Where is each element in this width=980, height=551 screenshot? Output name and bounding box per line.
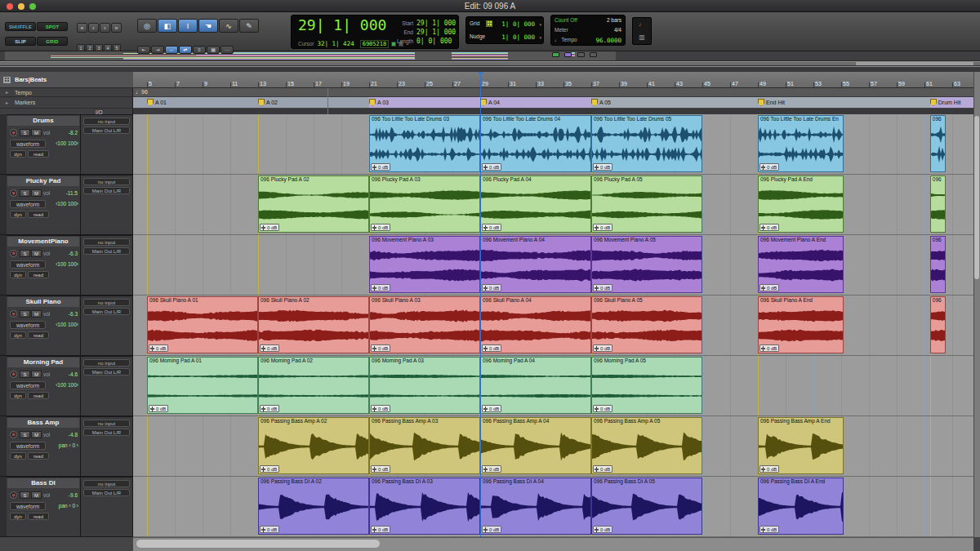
record-enable-button[interactable] bbox=[10, 189, 17, 197]
audio-clip[interactable]: 096 Passing Bass Amp A 040 dB bbox=[480, 417, 591, 474]
track-name[interactable]: Morning Pad bbox=[7, 358, 79, 367]
clip-gain-badge[interactable]: 0 dB bbox=[260, 344, 279, 352]
clip-gain-badge[interactable]: 0 dB bbox=[260, 526, 279, 533]
mute-button[interactable]: M bbox=[31, 310, 42, 318]
volume-display[interactable]: vol-9.6 bbox=[43, 491, 78, 499]
mute-button[interactable]: M bbox=[31, 491, 42, 499]
audio-clip[interactable]: 096 Skull Piano A End0 dB bbox=[758, 296, 844, 353]
volume-display[interactable]: vol-6.3 bbox=[43, 250, 78, 257]
audio-clip[interactable]: 096 Passing Bass DI A 040 dB bbox=[480, 478, 591, 535]
selector-tool[interactable]: I bbox=[178, 19, 198, 33]
zoom-in-button[interactable]: ⇥ bbox=[151, 46, 164, 54]
input-selector[interactable]: no input bbox=[83, 420, 130, 427]
clip-gain-badge[interactable]: 0 dB bbox=[482, 344, 501, 352]
track-view-selector[interactable]: waveform bbox=[10, 321, 46, 329]
ruler-row-markers[interactable]: ▸ Markers bbox=[0, 97, 133, 109]
pan-display[interactable]: pan ‹ 0 › bbox=[47, 502, 78, 510]
volume-display[interactable]: vol-8.2 bbox=[43, 129, 78, 136]
track-view-selector[interactable]: waveform bbox=[10, 200, 46, 208]
input-selector[interactable]: no input bbox=[83, 118, 130, 125]
audio-clip[interactable]: 096 bbox=[930, 236, 946, 293]
output-selector[interactable]: Main Out L/R bbox=[83, 429, 130, 436]
clip-gain-badge[interactable]: 0 dB bbox=[371, 163, 390, 171]
track-lane[interactable]: 096 Movement Piano A 030 dB096 Movement … bbox=[133, 235, 973, 295]
rewind-to-start-button[interactable]: « bbox=[77, 23, 87, 33]
clip-gain-badge[interactable]: 0 dB bbox=[482, 526, 501, 533]
ruler-row-tempo[interactable]: ▸ Tempo bbox=[0, 88, 133, 97]
solo-button[interactable]: S bbox=[20, 129, 30, 136]
clip-gain-badge[interactable]: 0 dB bbox=[760, 465, 779, 473]
clip-gain-badge[interactable]: 0 dB bbox=[260, 405, 279, 412]
automation-mode-button[interactable]: read bbox=[28, 513, 49, 520]
track-lane[interactable]: 096 Plucky Pad A 020 dB096 Plucky Pad A … bbox=[133, 175, 973, 235]
track-view-selector[interactable]: waveform bbox=[10, 260, 46, 269]
clip-gain-badge[interactable]: 0 dB bbox=[371, 405, 390, 412]
link-timeline-edit-button[interactable]: ↔ bbox=[165, 46, 178, 54]
clip-gain-badge[interactable]: 0 dB bbox=[482, 284, 501, 291]
audio-clip[interactable]: 096 Skull Piano A 030 dB bbox=[369, 296, 480, 353]
volume-display[interactable]: vol-6.3 bbox=[43, 310, 78, 318]
audio-clip[interactable]: 096 Too Little Too Late Drums En0 dB bbox=[758, 115, 844, 172]
automation-mode-button[interactable]: read bbox=[28, 331, 49, 339]
record-enable-button[interactable] bbox=[10, 129, 17, 136]
audio-clip[interactable]: 096 Skull Piano A 050 dB bbox=[591, 296, 702, 353]
audio-clip[interactable]: 096 Movement Piano A 050 dB bbox=[591, 236, 702, 293]
dyn-selector[interactable]: dyn bbox=[10, 211, 26, 218]
tempo-ruler[interactable]: ♩96 bbox=[133, 88, 973, 97]
markers-ruler[interactable]: A 01A 02A 03A 04A 05End HitDrum Hit bbox=[133, 97, 973, 109]
clip-gain-badge[interactable]: 0 dB bbox=[593, 465, 612, 473]
trim-tool[interactable]: ◧ bbox=[158, 19, 177, 33]
memory-preset-button-3[interactable]: 3 bbox=[95, 44, 103, 51]
record-enable-button[interactable] bbox=[10, 371, 17, 378]
audio-clip[interactable]: 096 bbox=[930, 176, 946, 233]
grabber-tool[interactable]: ☚ bbox=[198, 19, 218, 33]
audio-clip[interactable]: 096 Passing Bass DI A End0 dB bbox=[758, 478, 844, 535]
mirror-midi-button[interactable]: ≡ bbox=[193, 46, 206, 54]
output-selector[interactable]: Main Out L/R bbox=[83, 489, 130, 496]
automation-mode-button[interactable]: read bbox=[28, 211, 49, 218]
mute-button[interactable]: M bbox=[31, 189, 42, 197]
count-off-label[interactable]: Count Off bbox=[555, 17, 577, 23]
clip-gain-badge[interactable]: 0 dB bbox=[593, 163, 612, 171]
audio-clip[interactable]: 096 Morning Pad A 030 dB bbox=[369, 357, 480, 414]
clip-gain-badge[interactable]: 0 dB bbox=[482, 465, 501, 473]
start-value[interactable]: 29| 1| 000 bbox=[416, 20, 456, 27]
input-selector[interactable]: no input bbox=[83, 299, 130, 306]
clip-gain-badge[interactable]: 0 dB bbox=[593, 224, 612, 231]
length-value[interactable]: 0| 0| 000 bbox=[416, 38, 452, 45]
grid-value-icon[interactable] bbox=[486, 20, 492, 27]
dyn-selector[interactable]: dyn bbox=[10, 150, 26, 158]
nudge-dropdown-icon[interactable]: ▾ bbox=[539, 35, 541, 40]
clip-gain-badge[interactable]: 0 dB bbox=[760, 344, 779, 352]
output-selector[interactable]: Main Out L/R bbox=[83, 308, 130, 315]
mode-button-spot[interactable]: SPOT bbox=[37, 22, 68, 31]
automation-mode-button[interactable]: read bbox=[28, 271, 49, 278]
dyn-selector[interactable]: dyn bbox=[10, 513, 26, 520]
input-selector[interactable]: no input bbox=[83, 238, 130, 246]
clip-gain-badge[interactable]: 0 dB bbox=[593, 405, 612, 412]
input-selector[interactable]: no input bbox=[83, 359, 130, 367]
mode-button-grid[interactable]: GRID bbox=[37, 37, 68, 46]
output-selector[interactable]: Main Out L/R bbox=[83, 127, 130, 134]
clip-gain-badge[interactable]: 0 dB bbox=[593, 284, 612, 291]
bars-beats-ruler[interactable]: 5791113151719212325272931333537394143454… bbox=[133, 72, 973, 88]
solo-button[interactable]: S bbox=[20, 491, 30, 499]
mute-button[interactable]: M bbox=[31, 371, 42, 378]
track-name[interactable]: MovementPiano bbox=[7, 237, 79, 247]
audio-clip[interactable]: 096 Passing Bass DI A 050 dB bbox=[591, 478, 702, 535]
audio-clip[interactable]: 096 Passing Bass Amp A 020 dB bbox=[258, 417, 369, 474]
mode-button-slip[interactable]: SLIP bbox=[5, 37, 36, 46]
output-selector[interactable]: Main Out L/R bbox=[83, 368, 130, 375]
clip-gain-badge[interactable]: 0 dB bbox=[371, 526, 390, 533]
forward-to-end-button[interactable]: » bbox=[111, 23, 122, 33]
grid-value[interactable]: 1| 0| 000 bbox=[501, 20, 535, 28]
toolbar-chip-1[interactable] bbox=[577, 52, 585, 57]
audio-clip[interactable]: 096 Skull Piano A 020 dB bbox=[258, 296, 369, 353]
forward-button[interactable]: › bbox=[100, 23, 110, 33]
track-name[interactable]: Bass DI bbox=[7, 478, 79, 488]
output-selector[interactable]: Main Out L/R bbox=[83, 247, 130, 255]
clip-gain-badge[interactable]: 0 dB bbox=[260, 465, 279, 473]
volume-display[interactable]: vol-4.8 bbox=[43, 431, 78, 438]
automation-mode-button[interactable]: read bbox=[28, 392, 49, 399]
track-name[interactable]: Plucky Pad bbox=[7, 176, 79, 186]
